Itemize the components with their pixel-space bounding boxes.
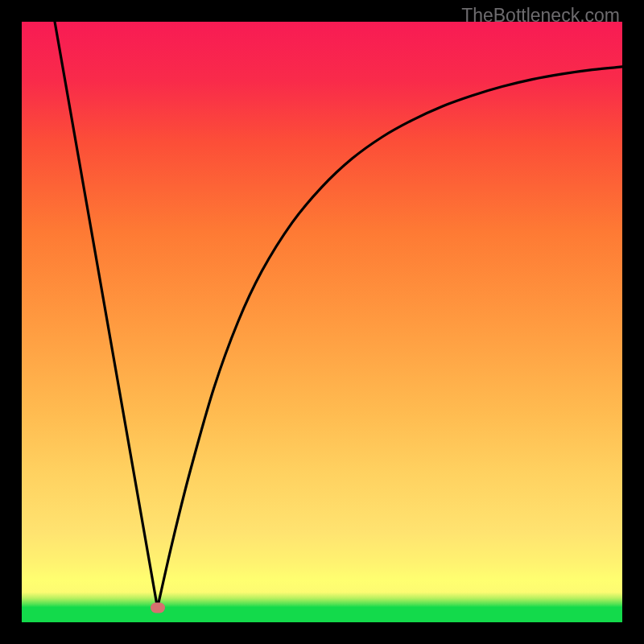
plot-area xyxy=(22,22,622,622)
minimum-marker xyxy=(151,603,165,613)
chart-frame: TheBottleneck.com xyxy=(0,0,644,644)
curve-svg xyxy=(22,22,622,622)
bottleneck-curve xyxy=(55,22,622,608)
